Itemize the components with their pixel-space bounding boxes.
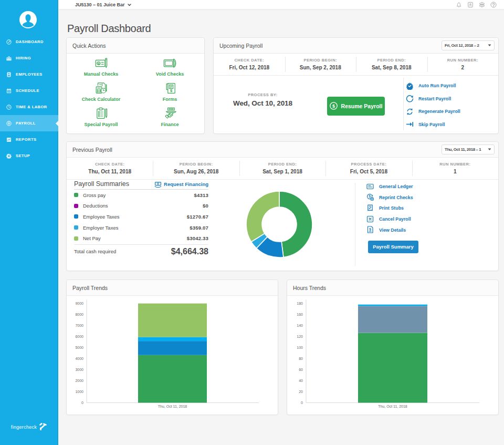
upcoming-body: PROCESS BY: Wed, Oct 10, 2018 $ Resume P… [214, 76, 498, 133]
legend-row-gross-pay: Gross pay$4313 [74, 190, 208, 201]
summaries-head: Payroll Summaries Request Financing [74, 180, 208, 190]
stat-run-number: RUN NUMBER:2 [427, 54, 499, 75]
svg-text:3000: 3000 [75, 368, 83, 371]
quick-action-forms[interactable]: $Forms [135, 79, 204, 104]
link-label: View Details [379, 227, 406, 233]
link-general-ledger[interactable]: General Ledger [366, 181, 413, 192]
sidebar-item-employees[interactable]: EMPLOYEES [0, 66, 58, 82]
briefcase-icon [6, 56, 12, 61]
stat-value: 1 [412, 169, 498, 174]
link-auto-run-payroll[interactable]: Auto Run Payroll [406, 79, 460, 92]
stat-check-date: CHECK DATE:Fri, Oct 12, 2018 [214, 54, 285, 75]
upcoming-payroll-dropdown[interactable]: Fri, Oct 12, 2018 – 2 [442, 40, 495, 50]
check-calculator-icon [95, 81, 108, 95]
link-label: General Ledger [379, 184, 413, 189]
sidebar: DASHBOARDHIRINGEMPLOYEESSCHEDULETIME & L… [0, 0, 58, 445]
payroll-summary-button[interactable]: Payroll Summary [368, 241, 418, 253]
quick-action-special-payroll[interactable]: Special Payroll [67, 104, 135, 129]
stat-period-begin: PERIOD BEGIN:Sun, Aug 26, 2018 [153, 158, 239, 179]
clock-icon [6, 105, 12, 110]
stat-label: CHECK DATE: [67, 162, 153, 167]
app: DASHBOARDHIRINGEMPLOYEESSCHEDULETIME & L… [0, 0, 504, 445]
sidebar-item-label: SETUP [16, 153, 30, 158]
sidebar-item-setup[interactable]: SETUP [0, 148, 58, 164]
forms-icon: $ [164, 81, 176, 95]
legend-value: $359.07 [190, 225, 208, 231]
quick-action-finance[interactable]: Finance [135, 104, 204, 129]
request-financing-link[interactable]: Request Financing [154, 181, 208, 188]
link-reprint-checks[interactable]: $Reprint Checks [366, 192, 413, 203]
stat-label: RUN NUMBER: [427, 58, 499, 63]
sidebar-item-label: REPORTS [16, 137, 36, 142]
resume-payroll-button[interactable]: $ Resume Payroll [327, 97, 385, 116]
sidebar-item-schedule[interactable]: SCHEDULE [0, 82, 58, 99]
quick-action-label: Finance [161, 122, 178, 127]
upcoming-payroll-title: Upcoming Payroll [219, 43, 262, 49]
link-skip-payroll[interactable]: Skip Payroll [406, 118, 460, 131]
upcoming-payroll-header: Upcoming Payroll Fri, Oct 12, 2018 – 2 [214, 38, 498, 54]
finance-icon [164, 107, 176, 120]
quick-action-void-checks[interactable]: Void Checks [135, 54, 204, 79]
stat-label: PROCESS DATE: [326, 162, 412, 167]
upcoming-dropdown-value: Fri, Oct 12, 2018 – 2 [445, 43, 479, 48]
link-print-stubs[interactable]: Print Stubs [366, 203, 413, 214]
contact-card-icon[interactable] [467, 2, 474, 8]
quick-actions-grid: $Manual ChecksVoid ChecksCheck Calculato… [67, 54, 204, 129]
hours-trends-title: Hours Trends [293, 285, 326, 291]
svg-text:7000: 7000 [75, 324, 83, 327]
link-view-details[interactable]: $View Details [366, 224, 413, 235]
avatar[interactable] [19, 11, 37, 28]
sidebar-item-reports[interactable]: REPORTS [0, 131, 58, 148]
bell-icon[interactable] [456, 2, 462, 8]
svg-text:6000: 6000 [75, 335, 83, 338]
sidebar-item-dashboard[interactable]: DASHBOARD [0, 34, 58, 50]
sidebar-item-payroll[interactable]: PAYROLL [0, 115, 58, 131]
svg-text:40: 40 [299, 379, 303, 382]
sidebar-item-label: SCHEDULE [16, 88, 39, 93]
svg-text:4000: 4000 [75, 357, 83, 360]
calendar-icon [6, 88, 12, 94]
svg-text:80: 80 [299, 357, 303, 360]
link-regenerate-payroll[interactable]: Regenerate Payroll [406, 105, 460, 118]
special-payroll-icon [95, 107, 108, 120]
link-restart-payroll[interactable]: Restart Payroll [406, 92, 460, 106]
payroll-donut-chart [246, 191, 312, 257]
reprint-icon: $ [366, 193, 374, 201]
sidebar-item-time-labor[interactable]: TIME & LABOR [0, 99, 58, 115]
link-label: Skip Payroll [418, 122, 445, 127]
payroll-trends-chart: 0100020003000400050006000700080009000Thu… [67, 296, 278, 415]
svg-text:2000: 2000 [75, 379, 83, 382]
financing-label: Request Financing [164, 181, 208, 187]
help-icon[interactable] [490, 2, 497, 8]
stat-period-end: PERIOD END:Sat, Sep 1, 2018 [239, 158, 326, 179]
sidebar-item-hiring[interactable]: HIRING [0, 50, 58, 66]
money-icon[interactable] [479, 2, 485, 8]
svg-text:9000: 9000 [75, 302, 83, 305]
quick-action-manual-checks[interactable]: $Manual Checks [67, 54, 135, 79]
company-selector[interactable]: JU5130 – 01 Juice Bar [75, 0, 131, 9]
resume-payroll-label: Resume Payroll [341, 103, 383, 109]
payroll-trends-header: Payroll Trends [67, 280, 278, 296]
sidebar-nav: DASHBOARDHIRINGEMPLOYEESSCHEDULETIME & L… [0, 34, 58, 164]
financing-icon [154, 181, 162, 188]
chevron-down-icon [128, 4, 131, 6]
legend-row-net-pay: Net Pay$3042.33 [74, 233, 208, 244]
previous-links: General Ledger$Reprint ChecksPrint Stubs… [366, 181, 413, 235]
svg-text:160: 160 [297, 313, 303, 316]
quick-action-label: Forms [163, 97, 177, 102]
payroll-summary-label: Payroll Summary [373, 244, 414, 250]
link-label: Regenerate Payroll [418, 109, 460, 114]
previous-payroll-dropdown[interactable]: Thu, Oct 11, 2018 – 1 [442, 144, 495, 154]
quick-action-check-calculator[interactable]: Check Calculator [67, 79, 135, 104]
stat-process-date: PROCESS DATE:Fri, Oct 5, 2018 [326, 158, 412, 179]
stat-value: Sun, Aug 26, 2018 [153, 169, 239, 174]
upcoming-stats-row: CHECK DATE:Fri, Oct 12, 2018PERIOD BEGIN… [214, 54, 498, 76]
svg-text:$: $ [98, 61, 100, 65]
summaries-legend: Gross pay$4313Deductions$0Employee Taxes… [74, 190, 208, 244]
legend-value: $1270.67 [187, 214, 208, 220]
regenerate-icon [406, 108, 414, 116]
link-cancel-payroll[interactable]: Cancel Payroll [366, 214, 413, 225]
main-content: Payroll Dashboard Quick Actions $Manual … [58, 10, 504, 445]
total-label: Total cash required [74, 249, 116, 254]
legend-swatch [74, 225, 78, 230]
